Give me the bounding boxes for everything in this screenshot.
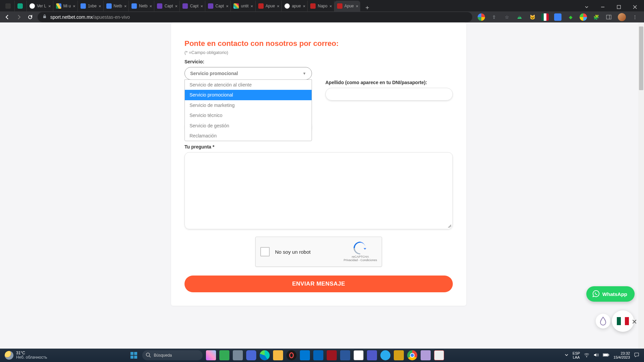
close-icon[interactable]: × xyxy=(277,4,280,8)
new-tab-button[interactable]: ＋ xyxy=(360,3,370,11)
mail-icon[interactable] xyxy=(394,350,404,360)
close-icon[interactable]: × xyxy=(73,4,75,8)
close-icon[interactable]: × xyxy=(329,4,332,8)
svg-rect-8 xyxy=(134,356,137,359)
vertical-scrollbar[interactable] xyxy=(638,22,644,349)
dropdown-option[interactable]: Servicio de marketing xyxy=(185,100,312,110)
tabs-dropdown-icon[interactable] xyxy=(584,5,589,9)
back-button[interactable] xyxy=(3,13,11,21)
language-indicator[interactable]: ESPLAA xyxy=(573,351,580,359)
menu-icon[interactable]: ⋮ xyxy=(631,13,639,21)
close-icon[interactable]: × xyxy=(251,4,253,8)
taskbar-app[interactable] xyxy=(206,350,216,360)
taskbar-app[interactable] xyxy=(219,350,229,360)
scrollbar-thumb[interactable] xyxy=(639,26,643,90)
tab-active[interactable]: Apue× xyxy=(334,1,361,11)
ext-icon[interactable]: ◆ xyxy=(567,13,574,21)
taskbar-app[interactable] xyxy=(246,350,256,360)
ext-icon[interactable]: ⛰ xyxy=(516,13,523,21)
chrome-icon[interactable] xyxy=(407,350,417,360)
vscode-icon[interactable] xyxy=(300,350,310,360)
start-button[interactable] xyxy=(129,350,139,360)
opera-icon[interactable] xyxy=(286,350,297,360)
minimize-icon[interactable] xyxy=(600,5,605,9)
maximize-icon[interactable] xyxy=(616,5,621,9)
google-icon[interactable] xyxy=(478,13,485,21)
close-window-icon[interactable] xyxy=(633,5,637,9)
task-view-icon[interactable] xyxy=(233,350,243,360)
tab[interactable] xyxy=(3,1,15,11)
notes-icon[interactable] xyxy=(421,350,431,360)
dropdown-option[interactable]: Servicio de atención al cliente xyxy=(185,80,312,90)
notifications-icon[interactable] xyxy=(634,352,639,359)
address-bar[interactable]: sport.netbet.com.mx/apuestas-en-vivo xyxy=(38,12,472,22)
calendar-icon[interactable] xyxy=(434,350,444,360)
ext-icon[interactable] xyxy=(580,13,587,21)
widget-drop-icon[interactable] xyxy=(596,314,610,328)
side-panel-icon[interactable] xyxy=(605,13,612,21)
volume-icon[interactable] xyxy=(593,352,599,359)
tab[interactable]: Capt× xyxy=(154,1,180,11)
tab[interactable]: Capt× xyxy=(205,1,231,11)
bookmark-icon[interactable]: ☆ xyxy=(503,13,511,21)
teams-icon[interactable] xyxy=(367,350,377,360)
close-icon[interactable]: × xyxy=(99,4,101,8)
weather-widget[interactable]: 31°C Неб. облачность xyxy=(0,351,52,360)
tab[interactable]: apue× xyxy=(282,1,308,11)
ext-icon[interactable] xyxy=(554,13,561,21)
tab[interactable]: Netb× xyxy=(129,1,154,11)
flag-widget[interactable] xyxy=(612,310,634,332)
dropdown-option[interactable]: Servicio técnico xyxy=(185,110,312,120)
tab[interactable]: Netb× xyxy=(104,1,129,11)
explorer-icon[interactable] xyxy=(273,350,283,360)
ext-icon[interactable]: 🐱 xyxy=(529,13,536,21)
submit-button[interactable]: ENVIAR MENSAJE xyxy=(184,276,453,292)
recaptcha-checkbox[interactable] xyxy=(260,247,270,256)
widget-close-icon[interactable]: ✕ xyxy=(632,318,637,326)
svg-rect-1 xyxy=(617,5,621,9)
close-icon[interactable]: × xyxy=(226,4,229,8)
whatsapp-button[interactable]: WhatsApp xyxy=(586,286,635,302)
share-icon[interactable]: ⇪ xyxy=(490,13,498,21)
contact-form-card: Ponte en contacto con nosotros por corre… xyxy=(171,22,466,306)
close-icon[interactable]: × xyxy=(150,4,152,8)
battery-icon[interactable] xyxy=(603,353,609,358)
tray-chevron-icon[interactable] xyxy=(565,353,569,358)
close-icon[interactable]: × xyxy=(303,4,306,8)
dropdown-option[interactable]: Reclamación xyxy=(185,131,312,141)
tab[interactable]: Apue× xyxy=(256,1,282,11)
edge-icon[interactable] xyxy=(260,350,270,360)
dropdown-option-selected[interactable]: Servicio promocional xyxy=(185,90,312,100)
whatsapp-icon xyxy=(592,290,600,298)
clock[interactable]: 23:3215/4/2023 xyxy=(613,351,630,359)
close-icon[interactable]: × xyxy=(48,4,51,8)
close-icon[interactable]: × xyxy=(175,4,178,8)
tab[interactable]: Ver L× xyxy=(27,1,53,11)
wifi-icon[interactable] xyxy=(584,352,589,359)
dropdown-option[interactable]: Servicio de gestión xyxy=(185,121,312,131)
tab[interactable]: untit× xyxy=(231,1,255,11)
reload-button[interactable] xyxy=(26,13,34,21)
close-icon[interactable]: × xyxy=(356,4,359,8)
mendeley-icon[interactable] xyxy=(327,350,337,360)
service-select[interactable]: Servicio promocional ▼ Servicio de atenc… xyxy=(184,67,312,80)
flag-mx-icon[interactable] xyxy=(541,13,549,21)
word-icon[interactable] xyxy=(340,350,350,360)
telegram-icon[interactable] xyxy=(380,350,390,360)
lastname-input[interactable] xyxy=(325,88,453,101)
tab[interactable]: 1xbe× xyxy=(78,1,104,11)
tab[interactable] xyxy=(15,1,27,11)
question-textarea[interactable] xyxy=(184,152,453,229)
tab[interactable]: Mi u× xyxy=(53,1,78,11)
tab[interactable]: Napo× xyxy=(308,1,334,11)
close-icon[interactable]: × xyxy=(124,4,127,8)
profile-avatar[interactable] xyxy=(618,13,626,21)
extensions-icon[interactable]: 🧩 xyxy=(592,13,600,21)
taskbar-search[interactable]: Búsqueda xyxy=(142,350,203,360)
close-icon[interactable]: × xyxy=(201,4,203,8)
whatsapp-label: WhatsApp xyxy=(602,291,627,297)
tab[interactable]: Capt× xyxy=(180,1,205,11)
outlook-icon[interactable] xyxy=(313,350,323,360)
taskbar-app[interactable] xyxy=(354,350,364,360)
forward-button[interactable] xyxy=(15,13,23,21)
